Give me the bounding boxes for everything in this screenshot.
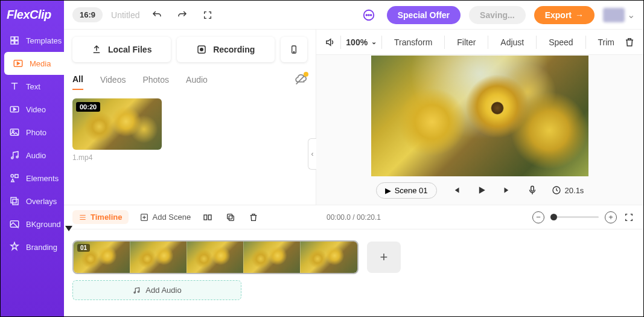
next-button[interactable] bbox=[501, 184, 513, 196]
sidebar-item-video[interactable]: Video bbox=[1, 98, 64, 121]
svg-point-32 bbox=[138, 291, 139, 292]
special-offer-button[interactable]: Special Offer bbox=[387, 6, 461, 24]
elements-icon bbox=[9, 173, 20, 184]
mic-icon[interactable] bbox=[526, 184, 538, 196]
media-icon bbox=[13, 58, 24, 69]
zoom-level[interactable]: 100%⌄ bbox=[346, 37, 377, 47]
collapse-panel-button[interactable]: ‹ bbox=[308, 138, 316, 170]
sidebar-label: Templates bbox=[26, 36, 62, 45]
cloud-sync-icon[interactable] bbox=[294, 73, 307, 86]
volume-icon[interactable] bbox=[325, 36, 336, 48]
split-button[interactable] bbox=[202, 211, 214, 223]
play-button[interactable] bbox=[476, 184, 488, 196]
sidebar-item-overlays[interactable]: Overlays bbox=[1, 190, 64, 213]
redo-button[interactable] bbox=[174, 7, 191, 24]
svg-rect-28 bbox=[208, 215, 211, 220]
sidebar-item-elements[interactable]: Elements bbox=[1, 167, 64, 190]
zoom-slider[interactable] bbox=[550, 216, 599, 218]
svg-point-16 bbox=[366, 14, 367, 16]
undo-button[interactable] bbox=[148, 7, 165, 24]
duration-value: 20.1s bbox=[565, 186, 584, 195]
add-scene-button[interactable]: Add Scene bbox=[139, 213, 191, 222]
timeline-track: 01 + Add Audio bbox=[64, 229, 643, 316]
media-clip-thumb[interactable]: 00:20 bbox=[72, 98, 162, 150]
saving-status: Saving... bbox=[469, 6, 526, 24]
sidebar-item-text[interactable]: Text bbox=[1, 75, 64, 98]
sidebar-label: Video bbox=[26, 105, 46, 114]
topbar: 16:9 Untitled Special Offer Saving... Ex… bbox=[64, 1, 643, 30]
photo-icon bbox=[9, 127, 20, 138]
speed-tool[interactable]: Speed bbox=[541, 37, 580, 47]
filter-tool[interactable]: Filter bbox=[450, 37, 483, 47]
zoom-out-button[interactable]: − bbox=[532, 211, 544, 223]
svg-rect-2 bbox=[11, 41, 14, 44]
sidebar-item-media[interactable]: Media bbox=[4, 52, 64, 75]
account-menu[interactable]: ⌄ bbox=[603, 8, 635, 22]
zoom-in-button[interactable]: + bbox=[605, 211, 617, 223]
trim-tool[interactable]: Trim bbox=[591, 37, 622, 47]
sidebar-item-templates[interactable]: Templates bbox=[1, 29, 64, 52]
chevron-down-icon: ⌄ bbox=[371, 38, 377, 46]
sidebar-label: Elements bbox=[26, 174, 59, 183]
local-files-label: Local Files bbox=[108, 45, 151, 54]
audio-icon bbox=[9, 150, 20, 161]
svg-point-18 bbox=[370, 14, 371, 16]
sidebar-label: Audio bbox=[26, 151, 46, 160]
sidebar-label: BKground bbox=[26, 220, 61, 229]
arrow-right-icon: → bbox=[575, 10, 584, 20]
media-tabs: All Videos Photos Audio bbox=[64, 69, 316, 90]
text-icon bbox=[9, 81, 20, 92]
sidebar-item-photo[interactable]: Photo bbox=[1, 121, 64, 144]
tl-delete-button[interactable] bbox=[247, 211, 260, 223]
logo: FlexClip bbox=[1, 1, 64, 29]
project-title[interactable]: Untitled bbox=[111, 10, 139, 20]
mobile-button[interactable] bbox=[281, 37, 307, 62]
chat-icon[interactable] bbox=[359, 5, 378, 25]
svg-rect-12 bbox=[11, 197, 16, 203]
add-scene-tile[interactable]: + bbox=[367, 242, 401, 273]
transform-tool[interactable]: Transform bbox=[387, 37, 439, 47]
prev-button[interactable] bbox=[450, 184, 462, 196]
timeline-clip[interactable]: 01 bbox=[72, 240, 359, 274]
music-icon bbox=[132, 286, 141, 295]
add-scene-label: Add Scene bbox=[153, 213, 191, 222]
recording-button[interactable]: Recording bbox=[177, 37, 275, 62]
fullscreen-button[interactable] bbox=[199, 7, 216, 24]
tab-audio[interactable]: Audio bbox=[186, 70, 208, 89]
sidebar-item-branding[interactable]: Branding bbox=[1, 235, 64, 258]
fit-button[interactable] bbox=[623, 211, 635, 223]
aspect-ratio[interactable]: 16:9 bbox=[72, 7, 103, 22]
svg-rect-13 bbox=[13, 199, 18, 205]
timeline-toggle[interactable]: Timeline bbox=[72, 210, 129, 224]
timeline-label: Timeline bbox=[91, 213, 123, 222]
branding-icon bbox=[9, 242, 20, 252]
playhead[interactable] bbox=[65, 226, 72, 231]
sidebar-label: Media bbox=[30, 59, 51, 68]
templates-icon bbox=[9, 35, 20, 46]
export-button[interactable]: Export→ bbox=[534, 6, 595, 24]
svg-rect-30 bbox=[228, 214, 232, 219]
preview-area: ▶ Scene 01 20.1s bbox=[316, 55, 643, 205]
recording-label: Recording bbox=[213, 45, 255, 54]
preview-canvas[interactable] bbox=[371, 56, 588, 176]
delete-button[interactable] bbox=[624, 37, 635, 48]
mobile-icon bbox=[289, 43, 299, 56]
svg-point-9 bbox=[16, 156, 18, 158]
video-icon bbox=[9, 104, 20, 115]
local-files-button[interactable]: Local Files bbox=[72, 37, 171, 62]
add-audio-button[interactable]: Add Audio bbox=[72, 280, 241, 300]
copy-button[interactable] bbox=[225, 211, 237, 223]
sidebar-item-bkground[interactable]: BKground bbox=[1, 213, 64, 235]
record-icon bbox=[196, 44, 207, 55]
duration-control[interactable]: 20.1s bbox=[552, 185, 584, 195]
add-audio-label: Add Audio bbox=[145, 286, 181, 295]
upload-icon bbox=[91, 44, 102, 55]
scene-selector[interactable]: ▶ Scene 01 bbox=[376, 182, 437, 199]
adjust-tool[interactable]: Adjust bbox=[493, 37, 531, 47]
svg-rect-3 bbox=[15, 41, 18, 44]
tab-all[interactable]: All bbox=[72, 69, 83, 90]
tab-photos[interactable]: Photos bbox=[142, 70, 169, 89]
sidebar-item-audio[interactable]: Audio bbox=[1, 144, 64, 167]
tab-videos[interactable]: Videos bbox=[100, 70, 126, 89]
timeline-icon bbox=[78, 213, 87, 222]
